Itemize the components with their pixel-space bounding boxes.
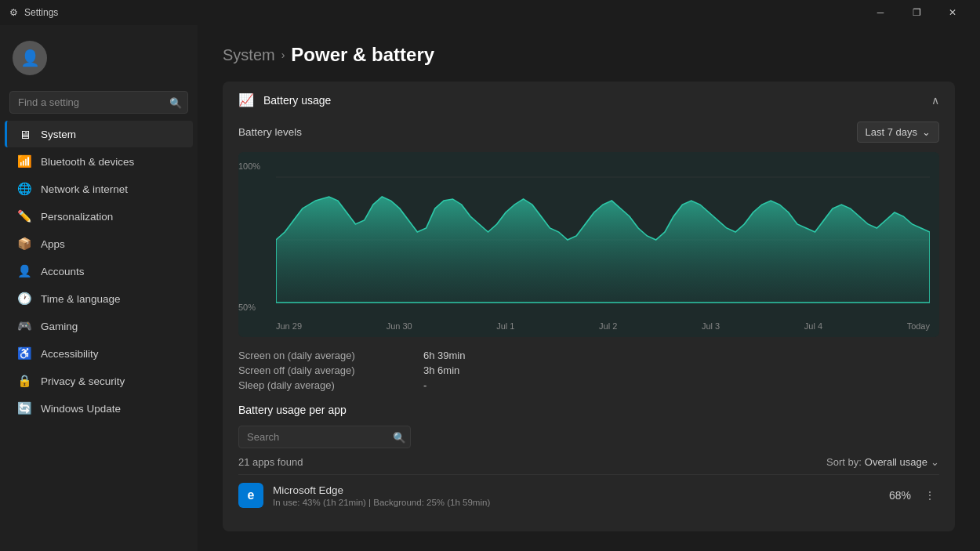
nav-icon-time: 🕐 <box>17 292 31 306</box>
sidebar-item-accounts[interactable]: 👤 Accounts <box>5 258 193 285</box>
sort-row: 21 apps found Sort by: Overall usage ⌄ <box>238 456 939 468</box>
per-app-search-button[interactable]: 🔍 <box>393 431 406 443</box>
time-range-dropdown[interactable]: Last 7 days ⌄ <box>857 121 940 143</box>
y-label-100: 100% <box>238 161 267 171</box>
breadcrumb-current: Power & battery <box>291 44 434 66</box>
nav-icon-network: 🌐 <box>17 182 31 196</box>
sidebar-item-network[interactable]: 🌐 Network & internet <box>5 176 193 202</box>
time-range-value: Last 7 days <box>866 126 918 138</box>
app-row: e Microsoft Edge In use: 43% (1h 21min) … <box>238 474 939 516</box>
avatar-icon: 👤 <box>20 49 40 67</box>
x-label-0: Jun 29 <box>276 321 302 331</box>
titlebar: ⚙ Settings ─ ❐ ✕ <box>0 0 980 25</box>
titlebar-title: Settings <box>24 7 58 18</box>
battery-usage-card: 📈 Battery usage ∧ Battery levels Last 7 … <box>223 82 955 531</box>
nav-icon-accounts: 👤 <box>17 264 31 278</box>
battery-usage-card-header[interactable]: 📈 Battery usage ∧ <box>223 82 955 118</box>
breadcrumb: System › Power & battery <box>223 44 955 66</box>
stat-label-2: Sleep (daily average) <box>238 379 411 391</box>
user-avatar-area: 👤 <box>0 31 198 85</box>
x-label-3: Jul 2 <box>599 321 617 331</box>
battery-levels-header: Battery levels Last 7 days ⌄ <box>238 121 939 143</box>
card-header-left: 📈 Battery usage <box>238 92 331 107</box>
app-name-edge: Microsoft Edge <box>273 484 880 496</box>
nav-label-accounts: Accounts <box>41 266 85 277</box>
per-app-search-input[interactable] <box>238 426 411 448</box>
per-app-header: Battery usage per app <box>238 404 939 416</box>
battery-card-content: Battery levels Last 7 days ⌄ 100% 50% <box>223 121 955 531</box>
nav-icon-system: 🖥 <box>17 127 31 141</box>
sidebar: 👤 🔍 🖥 System 📶 Bluetooth & devices 🌐 Net… <box>0 25 198 551</box>
stat-value-2: - <box>423 379 426 391</box>
sidebar-item-personalization[interactable]: ✏️ Personalization <box>5 203 193 230</box>
restore-button[interactable]: ❐ <box>898 0 935 25</box>
nav-label-update: Windows Update <box>41 403 121 415</box>
nav-label-bluetooth: Bluetooth & devices <box>41 156 134 168</box>
nav-icon-gaming: 🎮 <box>17 319 31 333</box>
sidebar-item-privacy[interactable]: 🔒 Privacy & security <box>5 368 193 394</box>
stat-row-1: Screen off (daily average) 3h 6min <box>238 364 939 376</box>
sidebar-item-gaming[interactable]: 🎮 Gaming <box>5 313 193 339</box>
app-body: 👤 🔍 🖥 System 📶 Bluetooth & devices 🌐 Net… <box>0 25 980 551</box>
apps-found-label: 21 apps found <box>238 456 303 468</box>
sidebar-item-system[interactable]: 🖥 System <box>5 121 193 147</box>
battery-card-chevron: ∧ <box>931 94 939 107</box>
search-box: 🔍 <box>9 91 188 114</box>
nav-label-system: System <box>41 129 76 140</box>
y-label-50: 50% <box>238 303 267 312</box>
main-content: System › Power & battery 📈 Battery usage… <box>198 25 980 551</box>
x-label-5: Jul 4 <box>804 321 822 331</box>
stat-label-1: Screen off (daily average) <box>238 364 411 376</box>
nav-label-gaming: Gaming <box>41 321 78 332</box>
nav-icon-apps: 📦 <box>17 237 31 251</box>
breadcrumb-separator: › <box>281 49 285 61</box>
x-label-6: Today <box>907 321 930 331</box>
settings-icon: ⚙ <box>9 7 18 18</box>
per-app-search-icon: 🔍 <box>393 431 406 443</box>
search-input[interactable] <box>9 91 188 114</box>
nav-label-network: Network & internet <box>41 183 128 195</box>
stat-value-1: 3h 6min <box>423 364 459 376</box>
sidebar-item-time[interactable]: 🕐 Time & language <box>5 285 193 312</box>
avatar: 👤 <box>13 41 47 75</box>
sort-value: Overall usage <box>865 456 927 468</box>
time-range-chevron: ⌄ <box>922 126 931 138</box>
sidebar-item-accessibility[interactable]: ♿ Accessibility <box>5 340 193 367</box>
titlebar-controls: ─ ❐ ✕ <box>862 0 971 25</box>
battery-stats: Screen on (daily average) 6h 39min Scree… <box>238 350 939 391</box>
nav-icon-update: 🔄 <box>17 401 31 415</box>
sidebar-item-apps[interactable]: 📦 Apps <box>5 230 193 257</box>
stat-row-0: Screen on (daily average) 6h 39min <box>238 350 939 361</box>
battery-chart-icon: 📈 <box>238 92 254 107</box>
chart-area <box>276 161 930 318</box>
breadcrumb-parent[interactable]: System <box>223 46 275 64</box>
titlebar-left: ⚙ Settings <box>9 7 58 18</box>
sidebar-item-update[interactable]: 🔄 Windows Update <box>5 395 193 422</box>
app-detail-edge: In use: 43% (1h 21min) | Background: 25%… <box>273 498 880 507</box>
per-app-search-container: 🔍 <box>238 426 411 448</box>
search-icon: 🔍 <box>169 96 182 108</box>
nav-icon-accessibility: ♿ <box>17 346 31 361</box>
stat-value-0: 6h 39min <box>423 350 465 361</box>
nav-label-privacy: Privacy & security <box>41 375 125 387</box>
nav-label-personalization: Personalization <box>41 211 113 223</box>
app-usage-edge: 68% <box>889 489 911 502</box>
battery-chart-svg <box>276 161 930 318</box>
battery-chart-container: 100% 50% <box>238 152 939 337</box>
sidebar-item-bluetooth[interactable]: 📶 Bluetooth & devices <box>5 148 193 175</box>
sort-label: Sort by: <box>826 456 862 468</box>
nav-label-time: Time & language <box>41 293 121 305</box>
nav-icon-bluetooth: 📶 <box>17 154 31 169</box>
stat-row-2: Sleep (daily average) - <box>238 379 939 391</box>
x-label-4: Jul 3 <box>702 321 720 331</box>
battery-levels-title: Battery levels <box>238 126 302 138</box>
close-button[interactable]: ✕ <box>935 0 971 25</box>
app-more-button-edge[interactable]: ⋮ <box>920 486 939 505</box>
app-info-edge: Microsoft Edge In use: 43% (1h 21min) | … <box>273 484 880 507</box>
minimize-button[interactable]: ─ <box>862 0 898 25</box>
sort-chevron-icon: ⌄ <box>931 456 939 468</box>
nav-list: 🖥 System 📶 Bluetooth & devices 🌐 Network… <box>0 120 198 422</box>
app-icon-edge: e <box>238 483 263 508</box>
nav-icon-privacy: 🔒 <box>17 374 31 388</box>
sort-control[interactable]: Sort by: Overall usage ⌄ <box>826 456 939 468</box>
